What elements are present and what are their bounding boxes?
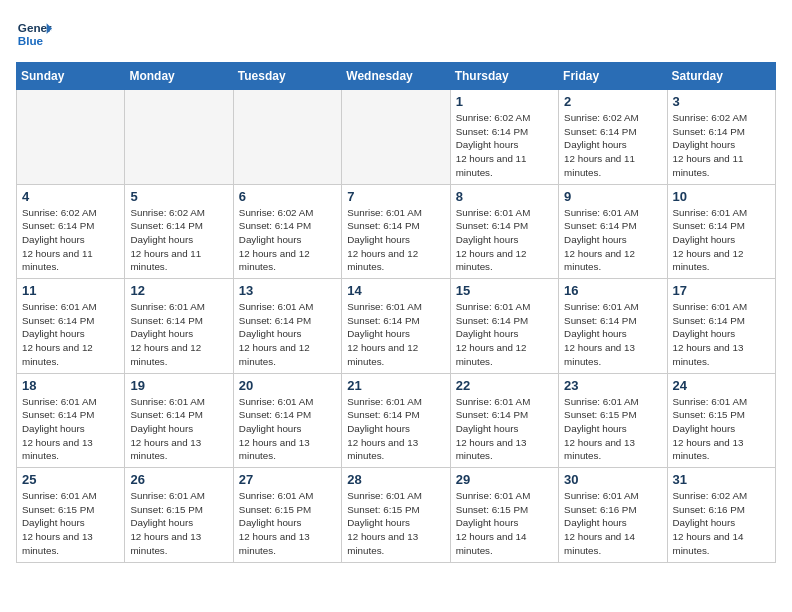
calendar-week-row: 11Sunrise: 6:01 AMSunset: 6:14 PMDayligh…	[17, 279, 776, 374]
calendar-day-cell: 29Sunrise: 6:01 AMSunset: 6:15 PMDayligh…	[450, 468, 558, 563]
weekday-header-cell: Tuesday	[233, 63, 341, 90]
day-info: Sunrise: 6:02 AMSunset: 6:14 PMDaylight …	[673, 111, 770, 180]
calendar-day-cell: 14Sunrise: 6:01 AMSunset: 6:14 PMDayligh…	[342, 279, 450, 374]
calendar-day-cell: 4Sunrise: 6:02 AMSunset: 6:14 PMDaylight…	[17, 184, 125, 279]
day-info: Sunrise: 6:01 AMSunset: 6:14 PMDaylight …	[347, 206, 444, 275]
calendar-body: 1Sunrise: 6:02 AMSunset: 6:14 PMDaylight…	[17, 90, 776, 563]
calendar-day-cell: 16Sunrise: 6:01 AMSunset: 6:14 PMDayligh…	[559, 279, 667, 374]
weekday-header-cell: Saturday	[667, 63, 775, 90]
day-number: 24	[673, 378, 770, 393]
calendar-day-cell: 24Sunrise: 6:01 AMSunset: 6:15 PMDayligh…	[667, 373, 775, 468]
calendar-day-cell: 23Sunrise: 6:01 AMSunset: 6:15 PMDayligh…	[559, 373, 667, 468]
day-info: Sunrise: 6:01 AMSunset: 6:14 PMDaylight …	[456, 300, 553, 369]
day-number: 31	[673, 472, 770, 487]
calendar-day-cell: 20Sunrise: 6:01 AMSunset: 6:14 PMDayligh…	[233, 373, 341, 468]
day-number: 26	[130, 472, 227, 487]
day-info: Sunrise: 6:01 AMSunset: 6:14 PMDaylight …	[130, 300, 227, 369]
calendar-day-cell: 12Sunrise: 6:01 AMSunset: 6:14 PMDayligh…	[125, 279, 233, 374]
day-number: 23	[564, 378, 661, 393]
calendar-day-cell: 15Sunrise: 6:01 AMSunset: 6:14 PMDayligh…	[450, 279, 558, 374]
day-info: Sunrise: 6:01 AMSunset: 6:15 PMDaylight …	[564, 395, 661, 464]
calendar-day-cell: 21Sunrise: 6:01 AMSunset: 6:14 PMDayligh…	[342, 373, 450, 468]
day-info: Sunrise: 6:01 AMSunset: 6:14 PMDaylight …	[22, 395, 119, 464]
day-info: Sunrise: 6:01 AMSunset: 6:14 PMDaylight …	[347, 300, 444, 369]
day-info: Sunrise: 6:01 AMSunset: 6:14 PMDaylight …	[347, 395, 444, 464]
calendar-day-cell	[125, 90, 233, 185]
day-number: 4	[22, 189, 119, 204]
day-info: Sunrise: 6:01 AMSunset: 6:14 PMDaylight …	[564, 300, 661, 369]
day-number: 1	[456, 94, 553, 109]
day-info: Sunrise: 6:01 AMSunset: 6:14 PMDaylight …	[456, 395, 553, 464]
day-info: Sunrise: 6:01 AMSunset: 6:14 PMDaylight …	[239, 300, 336, 369]
calendar-day-cell: 25Sunrise: 6:01 AMSunset: 6:15 PMDayligh…	[17, 468, 125, 563]
svg-text:Blue: Blue	[18, 34, 44, 47]
calendar-day-cell: 31Sunrise: 6:02 AMSunset: 6:16 PMDayligh…	[667, 468, 775, 563]
day-number: 14	[347, 283, 444, 298]
day-number: 12	[130, 283, 227, 298]
day-info: Sunrise: 6:02 AMSunset: 6:14 PMDaylight …	[239, 206, 336, 275]
day-info: Sunrise: 6:01 AMSunset: 6:15 PMDaylight …	[130, 489, 227, 558]
day-info: Sunrise: 6:01 AMSunset: 6:14 PMDaylight …	[564, 206, 661, 275]
day-info: Sunrise: 6:01 AMSunset: 6:15 PMDaylight …	[239, 489, 336, 558]
calendar-day-cell: 28Sunrise: 6:01 AMSunset: 6:15 PMDayligh…	[342, 468, 450, 563]
day-number: 3	[673, 94, 770, 109]
day-number: 20	[239, 378, 336, 393]
day-info: Sunrise: 6:01 AMSunset: 6:14 PMDaylight …	[456, 206, 553, 275]
calendar-day-cell: 7Sunrise: 6:01 AMSunset: 6:14 PMDaylight…	[342, 184, 450, 279]
calendar-day-cell: 13Sunrise: 6:01 AMSunset: 6:14 PMDayligh…	[233, 279, 341, 374]
calendar-day-cell: 27Sunrise: 6:01 AMSunset: 6:15 PMDayligh…	[233, 468, 341, 563]
day-info: Sunrise: 6:01 AMSunset: 6:14 PMDaylight …	[673, 300, 770, 369]
day-info: Sunrise: 6:02 AMSunset: 6:14 PMDaylight …	[564, 111, 661, 180]
calendar-day-cell: 30Sunrise: 6:01 AMSunset: 6:16 PMDayligh…	[559, 468, 667, 563]
calendar-day-cell	[233, 90, 341, 185]
day-info: Sunrise: 6:02 AMSunset: 6:16 PMDaylight …	[673, 489, 770, 558]
day-info: Sunrise: 6:01 AMSunset: 6:14 PMDaylight …	[130, 395, 227, 464]
day-info: Sunrise: 6:01 AMSunset: 6:14 PMDaylight …	[22, 300, 119, 369]
day-number: 9	[564, 189, 661, 204]
calendar-day-cell: 19Sunrise: 6:01 AMSunset: 6:14 PMDayligh…	[125, 373, 233, 468]
weekday-header-cell: Thursday	[450, 63, 558, 90]
calendar-day-cell: 26Sunrise: 6:01 AMSunset: 6:15 PMDayligh…	[125, 468, 233, 563]
calendar-day-cell: 18Sunrise: 6:01 AMSunset: 6:14 PMDayligh…	[17, 373, 125, 468]
header: General Blue	[16, 16, 776, 52]
day-number: 2	[564, 94, 661, 109]
calendar-week-row: 4Sunrise: 6:02 AMSunset: 6:14 PMDaylight…	[17, 184, 776, 279]
calendar-day-cell: 6Sunrise: 6:02 AMSunset: 6:14 PMDaylight…	[233, 184, 341, 279]
weekday-header-cell: Monday	[125, 63, 233, 90]
calendar-day-cell	[342, 90, 450, 185]
weekday-header-cell: Sunday	[17, 63, 125, 90]
calendar-day-cell: 17Sunrise: 6:01 AMSunset: 6:14 PMDayligh…	[667, 279, 775, 374]
day-number: 27	[239, 472, 336, 487]
day-number: 5	[130, 189, 227, 204]
day-number: 21	[347, 378, 444, 393]
calendar-day-cell: 5Sunrise: 6:02 AMSunset: 6:14 PMDaylight…	[125, 184, 233, 279]
weekday-header-row: SundayMondayTuesdayWednesdayThursdayFrid…	[17, 63, 776, 90]
day-number: 13	[239, 283, 336, 298]
day-info: Sunrise: 6:01 AMSunset: 6:14 PMDaylight …	[673, 206, 770, 275]
calendar-day-cell: 8Sunrise: 6:01 AMSunset: 6:14 PMDaylight…	[450, 184, 558, 279]
day-number: 18	[22, 378, 119, 393]
day-info: Sunrise: 6:02 AMSunset: 6:14 PMDaylight …	[22, 206, 119, 275]
day-info: Sunrise: 6:01 AMSunset: 6:14 PMDaylight …	[239, 395, 336, 464]
calendar-week-row: 18Sunrise: 6:01 AMSunset: 6:14 PMDayligh…	[17, 373, 776, 468]
day-info: Sunrise: 6:01 AMSunset: 6:15 PMDaylight …	[456, 489, 553, 558]
day-number: 7	[347, 189, 444, 204]
calendar-day-cell: 11Sunrise: 6:01 AMSunset: 6:14 PMDayligh…	[17, 279, 125, 374]
day-number: 11	[22, 283, 119, 298]
day-number: 8	[456, 189, 553, 204]
day-number: 29	[456, 472, 553, 487]
calendar-week-row: 25Sunrise: 6:01 AMSunset: 6:15 PMDayligh…	[17, 468, 776, 563]
day-info: Sunrise: 6:01 AMSunset: 6:15 PMDaylight …	[22, 489, 119, 558]
calendar-day-cell: 10Sunrise: 6:01 AMSunset: 6:14 PMDayligh…	[667, 184, 775, 279]
weekday-header-cell: Friday	[559, 63, 667, 90]
day-info: Sunrise: 6:01 AMSunset: 6:16 PMDaylight …	[564, 489, 661, 558]
calendar-day-cell: 1Sunrise: 6:02 AMSunset: 6:14 PMDaylight…	[450, 90, 558, 185]
calendar-week-row: 1Sunrise: 6:02 AMSunset: 6:14 PMDaylight…	[17, 90, 776, 185]
day-number: 6	[239, 189, 336, 204]
day-number: 16	[564, 283, 661, 298]
weekday-header-cell: Wednesday	[342, 63, 450, 90]
day-info: Sunrise: 6:01 AMSunset: 6:15 PMDaylight …	[347, 489, 444, 558]
calendar-table: SundayMondayTuesdayWednesdayThursdayFrid…	[16, 62, 776, 563]
day-number: 17	[673, 283, 770, 298]
day-info: Sunrise: 6:02 AMSunset: 6:14 PMDaylight …	[130, 206, 227, 275]
